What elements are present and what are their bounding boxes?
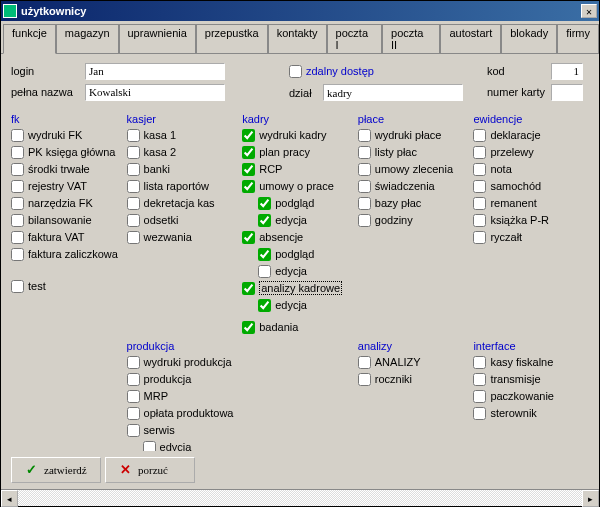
checkbox-fk-1[interactable]: PK księga główna xyxy=(11,144,127,160)
tab-kontakty[interactable]: kontakty xyxy=(268,24,327,53)
tab-content: login pełna nazwa zdalny dostęp dział xyxy=(1,54,599,451)
checkbox-interface-0[interactable]: kasy fiskalne xyxy=(473,354,589,370)
scroll-left-button[interactable]: ◂ xyxy=(1,490,18,507)
checkbox-analizy-1[interactable]: roczniki xyxy=(358,371,474,387)
tab-przepustka[interactable]: przepustka xyxy=(196,24,268,53)
checkbox-kadry-5[interactable]: edycja xyxy=(258,212,358,228)
checkbox-label: remanent xyxy=(490,197,536,209)
checkbox-label: badania xyxy=(259,321,298,333)
section-kasjer: kasjerkasa 1kasa 2bankilista raportówdek… xyxy=(127,111,243,336)
checkbox-ewidencje-4[interactable]: remanent xyxy=(473,195,589,211)
fullname-input[interactable] xyxy=(85,84,225,101)
checkbox-fk-extra-0[interactable]: test xyxy=(11,278,127,294)
cancel-button[interactable]: ✕ porzuć xyxy=(105,457,195,483)
checkbox-kadry-0[interactable]: wydruki kadry xyxy=(242,127,358,143)
checkbox-kasjer-6[interactable]: wezwania xyxy=(127,229,243,245)
checkbox-label: RCP xyxy=(259,163,282,175)
checkbox-fk-4[interactable]: narzędzia FK xyxy=(11,195,127,211)
checkbox-ewidencje-2[interactable]: nota xyxy=(473,161,589,177)
checkbox-interface-3[interactable]: sterownik xyxy=(473,405,589,421)
code-input[interactable] xyxy=(551,63,583,80)
checkbox-fk-7[interactable]: faktura zaliczkowa xyxy=(11,246,127,262)
scroll-right-button[interactable]: ▸ xyxy=(582,490,599,507)
confirm-button[interactable]: ✓ zatwierdź xyxy=(11,457,101,483)
checkbox-interface-1[interactable]: transmisje xyxy=(473,371,589,387)
checkbox-place-0[interactable]: wydruki płace xyxy=(358,127,474,143)
checkbox-ewidencje-5[interactable]: książka P-R xyxy=(473,212,589,228)
remote-access-checkbox[interactable]: zdalny dostęp xyxy=(289,63,374,79)
checkbox-kadry-4[interactable]: podgląd xyxy=(258,195,358,211)
tab-magazyn[interactable]: magazyn xyxy=(56,24,119,53)
section-header-fk: fk xyxy=(11,113,127,125)
checkbox-label: przelewy xyxy=(490,146,533,158)
checkbox-label: kasa 2 xyxy=(144,146,176,158)
section-analizy: analizyANALIZYroczniki xyxy=(358,338,474,451)
checkbox-place-4[interactable]: bazy płac xyxy=(358,195,474,211)
dept-input[interactable] xyxy=(323,84,463,101)
tab-funkcje[interactable]: funkcje xyxy=(3,24,56,54)
checkbox-kasjer-3[interactable]: lista raportów xyxy=(127,178,243,194)
checkbox-fk-3[interactable]: rejestry VAT xyxy=(11,178,127,194)
checkbox-produkcja-3[interactable]: opłata produktowa xyxy=(127,405,243,421)
button-bar: ✓ zatwierdź ✕ porzuć xyxy=(1,451,599,489)
tab-poczta-I[interactable]: poczta I xyxy=(327,24,382,53)
checkbox-kadry-3[interactable]: umowy o prace xyxy=(242,178,358,194)
checkbox-kadry-11[interactable]: badania xyxy=(242,319,358,335)
checkbox-place-2[interactable]: umowy zlecenia xyxy=(358,161,474,177)
login-label: login xyxy=(11,65,81,77)
checkbox-kasjer-5[interactable]: odsetki xyxy=(127,212,243,228)
checkbox-label: paczkowanie xyxy=(490,390,554,402)
checkbox-label: wydruki kadry xyxy=(259,129,326,141)
checkbox-kasjer-4[interactable]: dekretacja kas xyxy=(127,195,243,211)
checkbox-place-5[interactable]: godziny xyxy=(358,212,474,228)
tab-blokady[interactable]: blokady xyxy=(501,24,557,53)
checkbox-kadry-8[interactable]: edycja xyxy=(258,263,358,279)
section-kadry: kadrywydruki kadryplan pracyRCPumowy o p… xyxy=(242,111,358,336)
login-input[interactable] xyxy=(85,63,225,80)
checkbox-kasjer-0[interactable]: kasa 1 xyxy=(127,127,243,143)
checkbox-interface-2[interactable]: paczkowanie xyxy=(473,388,589,404)
tab-firmy[interactable]: firmy xyxy=(557,24,599,53)
card-input[interactable] xyxy=(551,84,583,101)
checkbox-produkcja-4[interactable]: serwis xyxy=(127,422,243,438)
section-header-interface: interface xyxy=(473,340,589,352)
checkbox-fk-0[interactable]: wydruki FK xyxy=(11,127,127,143)
section-header-kasjer: kasjer xyxy=(127,113,243,125)
checkbox-kadry-7[interactable]: podgląd xyxy=(258,246,358,262)
checkbox-place-3[interactable]: świadczenia xyxy=(358,178,474,194)
checkbox-produkcja-5[interactable]: edycja xyxy=(143,439,243,451)
checkbox-place-1[interactable]: listy płac xyxy=(358,144,474,160)
checkbox-produkcja-2[interactable]: MRP xyxy=(127,388,243,404)
checkbox-kadry-9[interactable]: analizy kadrowe xyxy=(242,280,358,296)
scroll-track[interactable] xyxy=(18,490,582,506)
checkbox-ewidencje-1[interactable]: przelewy xyxy=(473,144,589,160)
close-button[interactable]: ✕ xyxy=(581,4,597,18)
checkbox-label: wydruki płace xyxy=(375,129,442,141)
tab-autostart[interactable]: autostart xyxy=(440,24,501,53)
horizontal-scrollbar[interactable]: ◂ ▸ xyxy=(1,489,599,506)
checkbox-kasjer-1[interactable]: kasa 2 xyxy=(127,144,243,160)
checkbox-fk-5[interactable]: bilansowanie xyxy=(11,212,127,228)
checkbox-produkcja-1[interactable]: produkcja xyxy=(127,371,243,387)
checkbox-label: edycja xyxy=(275,299,307,311)
checkbox-kadry-10[interactable]: edycja xyxy=(258,297,358,313)
checkbox-kadry-1[interactable]: plan pracy xyxy=(242,144,358,160)
checkbox-kasjer-2[interactable]: banki xyxy=(127,161,243,177)
checkbox-label: edycja xyxy=(160,441,192,451)
remote-access-label: zdalny dostęp xyxy=(306,65,374,77)
checkbox-fk-2[interactable]: środki trwałe xyxy=(11,161,127,177)
checkbox-ewidencje-0[interactable]: deklaracje xyxy=(473,127,589,143)
checkbox-kadry-6[interactable]: absencje xyxy=(242,229,358,245)
checkbox-produkcja-0[interactable]: wydruki produkcja xyxy=(127,354,243,370)
checkbox-fk-6[interactable]: faktura VAT xyxy=(11,229,127,245)
tab-uprawnienia[interactable]: uprawnienia xyxy=(119,24,196,53)
checkbox-ewidencje-6[interactable]: ryczałt xyxy=(473,229,589,245)
checkbox-ewidencje-3[interactable]: samochód xyxy=(473,178,589,194)
checkbox-label: narzędzia FK xyxy=(28,197,93,209)
checkbox-label: roczniki xyxy=(375,373,412,385)
tab-poczta-II[interactable]: poczta II xyxy=(382,24,440,53)
checkbox-label: ryczałt xyxy=(490,231,522,243)
section-produkcja: produkcjawydruki produkcjaprodukcjaMRPop… xyxy=(127,338,243,451)
checkbox-analizy-0[interactable]: ANALIZY xyxy=(358,354,474,370)
checkbox-kadry-2[interactable]: RCP xyxy=(242,161,358,177)
